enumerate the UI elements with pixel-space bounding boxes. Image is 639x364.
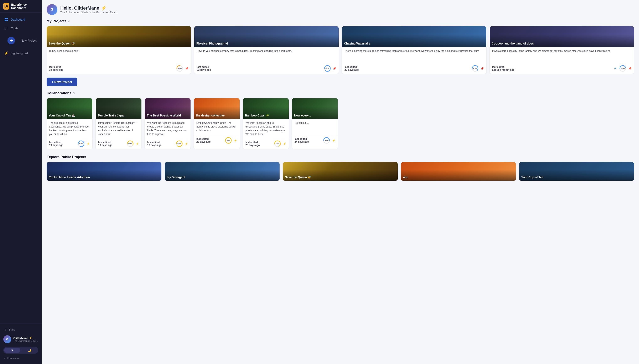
header-avatar: G <box>46 4 58 15</box>
progress-circle: 87% <box>324 65 331 72</box>
card-description: How do you edit photography that is not … <box>197 49 336 61</box>
light-theme-button[interactable]: ☀ <box>4 348 20 353</box>
card-description: It was a hard dogs day int he factory an… <box>492 49 632 61</box>
card-image: Temple Trails Japan <box>96 98 142 119</box>
project-card[interactable]: Chasing Waterfalls There is nothing more… <box>342 26 486 74</box>
progress-percentage: 56% <box>126 140 134 148</box>
card-image: Bamboo Cups 🎋 <box>243 98 289 119</box>
card-edited-info: last edited about a month ago <box>492 66 514 71</box>
explore-card[interactable]: Ivy Detergent <box>165 162 280 181</box>
sidebar-item-dashboard[interactable]: Dashboard <box>0 15 42 24</box>
explore-card[interactable]: Rocket Mass Heater Adoption <box>46 162 162 181</box>
card-edited-info: last edited 24 days ago <box>294 138 309 143</box>
dark-theme-button[interactable]: 🌙 <box>21 348 38 353</box>
card-body: We want the freedom to build and create … <box>145 119 190 138</box>
card-body: There is nothing more pure and refreshin… <box>342 47 486 63</box>
eye-icon: 👁 <box>614 67 617 70</box>
my-projects-header: My Projects 4 <box>46 19 634 23</box>
pin-icon[interactable]: 📌 <box>185 67 188 70</box>
card-title: Save the Queen 🐝 <box>46 40 77 47</box>
card-body: It was a hard dogs day int he factory an… <box>490 47 634 63</box>
sidebar: D/ Experience Dashboard Dashboard <box>0 0 42 364</box>
sidebar-item-label: Chats <box>11 26 18 30</box>
sidebar-bottom: Back G GlitterMane ⚡ The Shimmering Glad… <box>0 323 42 364</box>
back-button[interactable]: Back <box>0 326 42 333</box>
last-edited-label: last edited <box>294 138 309 140</box>
my-projects-title: My Projects <box>46 19 66 23</box>
header-subtitle: The Shimmering Glade in the Enchanted Re… <box>60 11 118 14</box>
main-content: G Hello, GlitterMane ⚡ The Shimmering Gl… <box>42 0 639 364</box>
svg-rect-3 <box>6 20 8 21</box>
card-image: Now every... <box>292 98 338 119</box>
card-edited-info: last edited 19 days ago <box>147 141 162 147</box>
project-card[interactable]: Save the Queen 🐝 Hunny bees need our hel… <box>46 26 191 74</box>
lightning-small-icon: ⚡ <box>234 139 237 142</box>
project-card[interactable]: Bamboo Cups 🎋 We want to see an end to d… <box>243 98 289 149</box>
project-card[interactable]: Your Cup of Tea ☕ The science of a great… <box>46 98 92 149</box>
lightning-small-icon: ⚡ <box>185 142 188 146</box>
card-title: Bamboo Cups 🎋 <box>243 112 271 119</box>
card-edited-info: last edited 23 days ago <box>196 138 211 143</box>
card-edited-info: last edited 23 days ago <box>344 66 359 71</box>
card-title: Physical Photography! <box>194 40 230 47</box>
chat-icon <box>4 26 8 30</box>
explore-card[interactable]: Your Cup of Tea <box>519 162 634 181</box>
collaborations-header: Collaborations 9 <box>46 91 634 95</box>
last-edited-value: 23 days ago <box>344 68 359 71</box>
progress-percentage: 50% <box>323 137 330 144</box>
lightning-icon: ⚡ <box>4 51 8 56</box>
sidebar-item-lightning-list[interactable]: ⚡ Lightning List <box>0 48 42 58</box>
card-image: The Best Possible World <box>145 98 190 119</box>
card-image: Coooool and the gang of dogs <box>490 26 634 47</box>
card-description: The science of a great tea experience. W… <box>49 121 90 136</box>
project-card[interactable]: Physical Photography! How do you edit ph… <box>194 26 339 74</box>
card-body: The science of a great tea experience. W… <box>46 119 92 138</box>
explore-card[interactable]: Save the Queen 🐝 <box>283 162 398 181</box>
pin-icon[interactable]: 📌 <box>480 67 484 70</box>
progress-circle: 81% <box>78 140 85 148</box>
card-actions: 67% ⚡ <box>274 140 286 148</box>
progress-percentage: 99% <box>225 137 232 144</box>
card-image: Save the Queen 🐝 <box>46 26 191 47</box>
card-footer: last edited 19 days ago 81% ⚡ <box>46 138 92 149</box>
project-card[interactable]: Coooool and the gang of dogs It was a ha… <box>490 26 634 74</box>
card-actions: 99% ⚡ <box>225 137 237 144</box>
last-edited-value: about a month ago <box>492 68 514 71</box>
card-actions: 26% 📌 <box>176 65 188 72</box>
sidebar-item-new-project[interactable]: New Project <box>0 33 42 48</box>
user-lightning-icon: ⚡ <box>29 336 32 340</box>
card-edited-info: last edited 23 days ago <box>246 141 260 147</box>
explore-card[interactable]: abc <box>401 162 516 181</box>
sidebar-item-chats[interactable]: Chats <box>0 24 42 33</box>
card-image: Your Cup of Tea <box>519 162 634 181</box>
project-card[interactable]: the design collective Empathy! Autonomy!… <box>194 98 240 149</box>
explore-title: Explore Public Projects <box>46 155 86 159</box>
pin-icon[interactable]: 📌 <box>333 67 336 70</box>
project-card[interactable]: Temple Trails Japan Introducing "Temple … <box>96 98 142 149</box>
progress-percentage: 81% <box>78 140 85 148</box>
card-body: Not su but.... <box>292 119 338 135</box>
new-project-button[interactable]: + New Project <box>46 78 77 86</box>
progress-percentage: 67% <box>274 140 281 148</box>
app-logo[interactable]: D/ <box>3 3 9 10</box>
card-footer: last edited 23 days ago 99% ⚡ <box>194 135 240 146</box>
svg-rect-2 <box>4 20 6 21</box>
card-title: Save the Queen 🐝 <box>283 174 313 181</box>
progress-circle: 67% <box>274 140 281 148</box>
last-edited-label: last edited <box>98 141 112 144</box>
card-title: Ivy Detergent <box>165 174 188 181</box>
progress-percentage: 87% <box>324 65 331 72</box>
card-title: The Best Possible World <box>145 112 183 119</box>
project-card[interactable]: Now every... Not su but.... last edited … <box>292 98 338 149</box>
card-image: abc <box>401 162 516 181</box>
project-card[interactable]: The Best Possible World We want the free… <box>145 98 190 149</box>
pin-icon[interactable]: 📌 <box>628 67 632 70</box>
lightning-small-icon: ⚡ <box>136 142 139 146</box>
hide-menu-button[interactable]: hide menu <box>0 355 42 362</box>
back-label: Back <box>9 328 15 331</box>
card-image: Physical Photography! <box>194 26 339 47</box>
progress-circle: 26% <box>176 65 184 72</box>
last-edited-label: last edited <box>246 141 260 144</box>
new-project-circle-button[interactable] <box>8 37 15 44</box>
progress-percentage: 26% <box>176 65 184 72</box>
